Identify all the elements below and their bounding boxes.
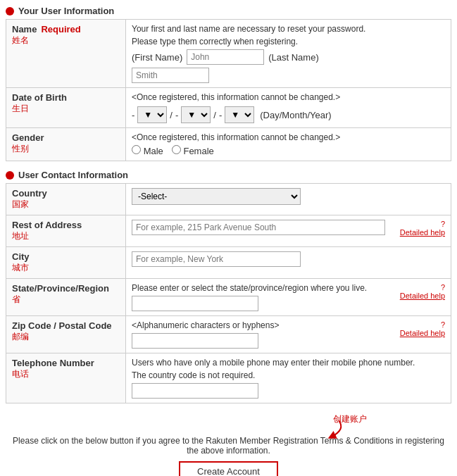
- dob-dash1: -: [132, 110, 134, 120]
- section-bullet-2: [6, 171, 14, 180]
- gender-female-label[interactable]: Female: [172, 145, 214, 156]
- tel-note1: Users who have only a mobile phone may e…: [132, 358, 445, 368]
- city-label-zh: 城市: [12, 262, 120, 274]
- zip-note: <Alphanumeric characters or hyphens>: [132, 320, 279, 330]
- gender-label: Gender: [12, 132, 120, 143]
- dob-slash2: /: [213, 110, 216, 120]
- section-title-contact: User Contact Information: [18, 170, 128, 180]
- city-input[interactable]: [132, 251, 301, 267]
- section-bullet-1: [6, 7, 14, 15]
- gender-male-label[interactable]: Male: [132, 145, 163, 156]
- city-label: City: [12, 251, 120, 262]
- state-label-zh: 省: [12, 294, 120, 306]
- contact-info-table: Country 国家 -Select- Rest of Address 地址: [6, 183, 451, 403]
- table-row-dob: Date of Birth 生日 <Once registered, this …: [6, 88, 451, 128]
- table-row-state: State/Province/Region 省 Please enter or …: [6, 279, 451, 316]
- first-name-input[interactable]: [187, 49, 264, 65]
- create-section: 创建账户 Please click on the below button if…: [6, 412, 451, 476]
- table-row-gender: Gender 性别 <Once registered, this informa…: [6, 128, 451, 161]
- user-info-table: Name Required 姓名 Your first and last nam…: [6, 19, 451, 161]
- zip-detailed-help[interactable]: Detailed help: [400, 329, 445, 337]
- country-select[interactable]: -Select-: [132, 188, 301, 205]
- state-detailed-help[interactable]: Detailed help: [400, 292, 445, 300]
- table-row-zip: Zip Code / Postal Code 邮编 <Alphanumeric …: [6, 316, 451, 353]
- tel-label: Telephone Number: [12, 358, 120, 368]
- state-input[interactable]: [132, 296, 258, 311]
- table-row-name: Name Required 姓名 Your first and last nam…: [6, 20, 451, 88]
- state-note: Please enter or select the state/provinc…: [132, 283, 367, 293]
- name-note1: Your first and last name are necessary t…: [132, 24, 445, 34]
- zip-label-zh: 邮编: [12, 331, 120, 343]
- dob-note: <Once registered, this information canno…: [132, 92, 445, 102]
- address-detailed-help[interactable]: Detailed help: [400, 228, 445, 237]
- dob-label-zh: 生日: [12, 103, 120, 115]
- zip-label: Zip Code / Postal Code: [12, 320, 120, 331]
- state-help-icon: ?: [441, 283, 445, 292]
- footer-note: Please click on the below button if you …: [6, 436, 451, 456]
- dob-month-select[interactable]: ▼: [181, 106, 211, 123]
- create-account-button[interactable]: Create Account: [179, 461, 278, 476]
- address-label: Rest of Address: [12, 220, 120, 230]
- table-row-tel: Telephone Number 电话 Users who have only …: [6, 353, 451, 403]
- dob-label: Date of Birth: [12, 92, 120, 103]
- address-help-icon: ?: [441, 220, 445, 228]
- address-input[interactable]: [132, 220, 385, 235]
- tel-note2: The country code is not required.: [132, 370, 445, 380]
- dob-day-label: (Day/Month/Year): [260, 110, 331, 120]
- section-title-user-info: Your User Information: [18, 6, 114, 16]
- table-row-city: City 城市: [6, 247, 451, 279]
- dob-day-select[interactable]: ▼: [137, 106, 167, 123]
- country-label-zh: 国家: [12, 199, 120, 211]
- last-name-input[interactable]: [132, 68, 209, 83]
- table-row-country: Country 国家 -Select-: [6, 184, 451, 215]
- gender-male-radio[interactable]: [132, 145, 141, 154]
- dob-dash3: -: [219, 110, 222, 120]
- tel-label-zh: 电话: [12, 368, 120, 380]
- gender-note: <Once registered, this information canno…: [132, 132, 445, 142]
- dob-dash2: -: [175, 110, 178, 120]
- address-label-zh: 地址: [12, 230, 120, 242]
- tel-input[interactable]: [132, 383, 258, 399]
- first-name-label: (First Name): [132, 52, 182, 63]
- zip-input[interactable]: [132, 333, 258, 349]
- gender-female-radio[interactable]: [172, 145, 181, 154]
- name-required: Required: [41, 24, 80, 35]
- gender-label-zh: 性别: [12, 143, 120, 155]
- name-label-zh: 姓名: [12, 35, 120, 46]
- zip-help-icon: ?: [441, 320, 445, 329]
- name-label: Name: [12, 24, 37, 35]
- country-label: Country: [12, 188, 120, 199]
- state-label: State/Province/Region: [12, 283, 120, 294]
- last-name-label: (Last Name): [268, 52, 319, 63]
- dob-slash1: /: [170, 110, 173, 120]
- arrow-icon: [303, 419, 346, 440]
- name-note2: Please type them correctly when register…: [132, 37, 445, 46]
- table-row-address: Rest of Address 地址 ? Detailed help: [6, 215, 451, 247]
- dob-year-select[interactable]: ▼: [225, 106, 254, 123]
